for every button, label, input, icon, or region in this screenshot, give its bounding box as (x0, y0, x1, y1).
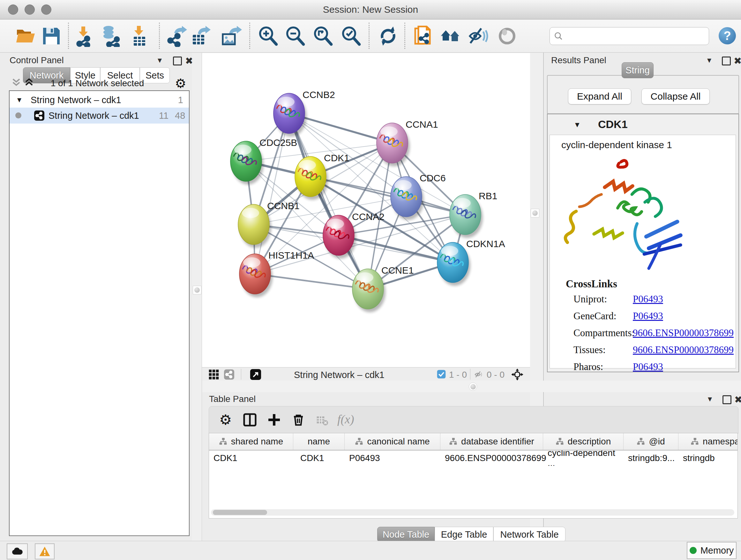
column-type-icon (636, 437, 645, 446)
search-input[interactable] (549, 27, 709, 45)
panel-float-icon[interactable]: ▾ (158, 55, 162, 65)
home-networks-icon[interactable] (440, 25, 462, 47)
splitter-handle[interactable] (531, 209, 539, 217)
network-options-gear-icon[interactable]: ⚙ (175, 77, 186, 90)
network-node-CCNB2[interactable]: CCNB2 (273, 89, 335, 137)
save-session-icon[interactable] (41, 25, 62, 47)
network-node-CCNB1[interactable]: CCNB1 (238, 200, 300, 248)
network-node-CCNE1[interactable]: CCNE1 (352, 265, 414, 312)
table-cell[interactable]: CDK1 (293, 450, 345, 466)
node-label-CCNB1: CCNB1 (267, 200, 300, 211)
panel-undock-icon[interactable] (723, 395, 731, 404)
table-cell[interactable]: 9606.ENSP00000378699 (441, 450, 543, 466)
network-node-HIST1H1A[interactable]: HIST1H1A (239, 250, 314, 297)
network-node-CDK1[interactable]: CDK1 (295, 152, 349, 200)
zoom-selected-icon[interactable] (340, 25, 362, 47)
export-image-icon[interactable] (220, 25, 242, 47)
import-network-database-icon[interactable] (100, 25, 122, 47)
zoom-fit-icon[interactable] (312, 25, 334, 47)
column-header-canonical-name[interactable]: canonical name (345, 433, 441, 450)
node-label-CCNB2: CCNB2 (302, 89, 335, 100)
crosslink-value-link[interactable]: 9606.ENSP00000378699 (633, 344, 734, 356)
table-cell[interactable]: CDK1 (209, 450, 293, 466)
splitter-handle[interactable] (469, 382, 477, 391)
network-edge-CCNB2-CCNE1[interactable] (289, 113, 368, 289)
splitter-handle[interactable] (193, 286, 201, 294)
crosslink-value-link[interactable]: 9606.ENSP00000378699 (633, 327, 734, 339)
table-cell[interactable]: stringdb (678, 450, 738, 466)
string-network-icon (34, 110, 45, 121)
add-column-icon[interactable] (267, 413, 281, 427)
zoom-out-icon[interactable] (284, 25, 306, 47)
network-node-CDKN1A[interactable]: CDKN1A (437, 239, 505, 286)
import-network-file-icon[interactable] (74, 25, 96, 47)
network-row-selected[interactable]: String Network – cdk1 11 48 (10, 108, 189, 124)
hide-graphics-details-icon[interactable] (467, 25, 489, 47)
tab-node-table[interactable]: Node Table (377, 527, 434, 542)
column-header-description[interactable]: description (543, 433, 623, 450)
tab-string[interactable]: String (622, 62, 654, 78)
panel-float-icon[interactable]: ▾ (707, 55, 711, 65)
collection-expander-icon[interactable]: ▾ (17, 95, 21, 105)
panel-undock-icon[interactable] (722, 57, 731, 65)
network-node-RB1[interactable]: RB1 (450, 191, 497, 238)
table-cell[interactable]: cyclin-dependent ... (543, 450, 623, 466)
import-table-icon[interactable] (129, 25, 150, 47)
horizontal-splitter[interactable] (202, 381, 741, 392)
open-view-icon[interactable] (250, 369, 261, 380)
table-cell[interactable]: P06493 (345, 450, 441, 466)
column-header-namespace[interactable]: namespace (678, 433, 738, 450)
open-session-icon[interactable] (15, 25, 37, 47)
function-builder-icon[interactable]: f(x) (337, 412, 354, 426)
column-header-name[interactable]: name (293, 433, 345, 450)
panel-float-icon[interactable]: ▾ (708, 394, 712, 404)
show-columns-icon[interactable] (243, 413, 257, 427)
vertical-splitter-left[interactable] (192, 53, 202, 541)
grey-orb-icon[interactable] (496, 25, 518, 47)
network-collection-row[interactable]: ▾ String Network – cdk1 1 (10, 92, 189, 108)
table-options-gear-icon[interactable]: ⚙ (219, 413, 232, 427)
collapse-all-button[interactable]: Collapse All (642, 88, 710, 105)
delete-column-icon[interactable] (291, 413, 306, 427)
document-share-icon[interactable] (413, 25, 434, 47)
crosslink-row: Uniprot:P06493 (574, 294, 727, 305)
node-label-RB1: RB1 (479, 191, 497, 201)
scrollbar-thumb[interactable] (213, 510, 267, 515)
network-node-CDC25B[interactable]: CDC25B (230, 137, 297, 185)
column-header-shared-name[interactable]: shared name (209, 433, 293, 450)
column-header-database-identifier[interactable]: database identifier (441, 433, 543, 450)
crosslink-value-link[interactable]: P06493 (633, 310, 663, 322)
panel-close-icon[interactable]: ✖ (734, 55, 741, 66)
export-network-icon[interactable] (166, 25, 188, 47)
panel-undock-icon[interactable] (173, 57, 182, 65)
delete-table-icon[interactable] (316, 414, 328, 427)
crosslink-value-link[interactable]: P06493 (633, 294, 663, 305)
tab-network-table[interactable]: Network Table (493, 527, 565, 542)
table-cell[interactable]: stringdb:9... (623, 450, 678, 466)
cloud-status-button[interactable] (7, 543, 28, 559)
network-view-icon[interactable] (224, 369, 234, 380)
network-node-CCNA1[interactable]: CCNA1 (377, 119, 438, 166)
gene-expander-icon[interactable]: ▾ (575, 119, 580, 130)
horizontal-scrollbar[interactable] (211, 509, 734, 516)
fit-content-crosshair-icon[interactable] (511, 368, 524, 381)
table-row[interactable]: CDK1CDK1P064939606.ENSP00000378699cyclin… (209, 450, 738, 466)
zoom-in-icon[interactable] (257, 25, 279, 47)
network-tree: ▾ String Network – cdk1 1 String Network… (9, 90, 190, 536)
memory-button[interactable]: Memory (687, 542, 737, 559)
expand-all-button[interactable]: Expand All (568, 88, 631, 105)
network-node-CDC6[interactable]: CDC6 (391, 173, 446, 220)
help-button[interactable]: ? (719, 27, 736, 44)
refresh-icon[interactable] (377, 25, 399, 47)
network-node-CCNA2[interactable]: CCNA2 (323, 211, 385, 259)
toolbar-separator (159, 23, 160, 49)
crosslink-value-link[interactable]: P06493 (633, 361, 663, 373)
column-header--id[interactable]: @id (623, 433, 678, 450)
panel-close-icon[interactable]: ✖ (734, 394, 741, 405)
tab-edge-table[interactable]: Edge Table (434, 527, 493, 542)
export-table-icon[interactable] (190, 25, 212, 47)
selected-checkbox-icon[interactable] (437, 370, 446, 379)
network-canvas[interactable]: CCNB2 CCNA1 CDC25B CDK1 CDC6 (202, 53, 530, 367)
grid-view-icon[interactable] (208, 369, 219, 380)
warnings-button[interactable] (35, 543, 55, 559)
